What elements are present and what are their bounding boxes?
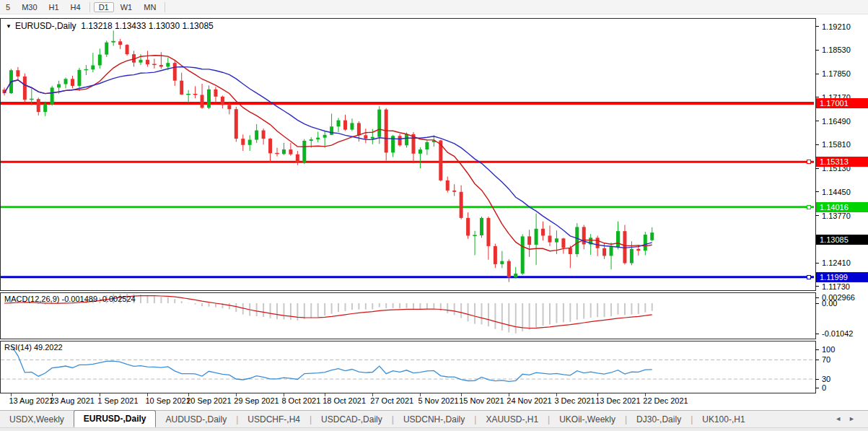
price-line-label: 1.14016: [816, 202, 868, 212]
chart-symbol-label: EURUSD-,Daily: [15, 21, 76, 31]
price-line-label: 1.11999: [816, 272, 868, 282]
chart-canvas[interactable]: [0, 0, 868, 431]
chart-title: ▼EURUSD-,Daily 1.13218 1.13433 1.13030 1…: [6, 21, 214, 31]
line-handle[interactable]: [807, 160, 811, 164]
tab-scroll-arrows: ◄►: [835, 415, 862, 422]
line-handle[interactable]: [807, 205, 811, 209]
tab-scroll-left-icon[interactable]: ◄: [835, 415, 849, 422]
line-handle[interactable]: [807, 275, 811, 279]
terminal-window: 5M30H1H4D1W1MN ▼EURUSD-,Daily 1.13218 1.…: [0, 0, 868, 431]
price-line-label: 1.17001: [816, 98, 868, 108]
chart-ohlc-values: 1.13218 1.13433 1.13030 1.13085: [81, 21, 214, 31]
price-line-label: 1.15313: [816, 157, 868, 167]
chevron-down-icon[interactable]: ▼: [6, 23, 12, 30]
tab-scroll-right-icon[interactable]: ►: [849, 415, 862, 422]
current-price-label: 1.13085: [816, 235, 868, 245]
rsi-indicator-label: RSI(14) 49.2022: [4, 343, 63, 352]
macd-indicator-label: MACD(12,26,9) -0.001489 -0.002524: [4, 295, 136, 303]
